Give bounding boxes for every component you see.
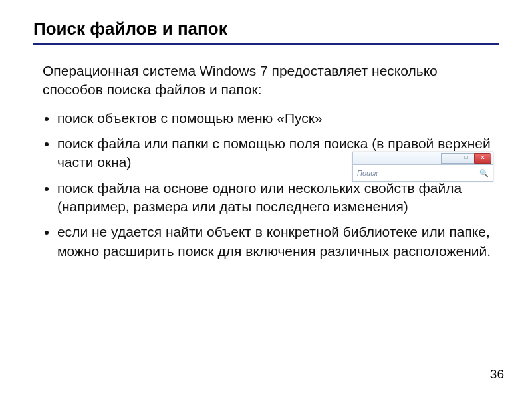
list-item: поиск объектов с помощью меню «Пуск»: [57, 109, 499, 128]
minimize-button[interactable]: –: [441, 153, 458, 164]
search-icon: 🔍: [479, 169, 489, 178]
win7-titlebar: – □ X: [352, 152, 493, 165]
intro-paragraph: Операционная система Windows 7 предостав…: [43, 62, 499, 100]
close-button[interactable]: X: [474, 153, 491, 164]
window-control-buttons: – □ X: [442, 153, 491, 164]
title-underline: [33, 43, 499, 45]
win7-window-fragment: – □ X Поиск 🔍: [352, 152, 493, 182]
maximize-button[interactable]: □: [458, 153, 475, 164]
bullet-list-2: поиск файла на основе одного или несколь…: [43, 179, 499, 261]
search-placeholder: Поиск: [357, 169, 378, 177]
search-field[interactable]: Поиск 🔍: [352, 165, 493, 182]
slide-title: Поиск файлов и папок: [33, 19, 499, 39]
page-number: 36: [490, 367, 504, 382]
list-item: поиск файла на основе одного или несколь…: [57, 179, 499, 217]
list-item: если не удается найти объект в конкретно…: [57, 223, 499, 261]
slide: Поиск файлов и папок Операционная систем…: [0, 0, 532, 399]
